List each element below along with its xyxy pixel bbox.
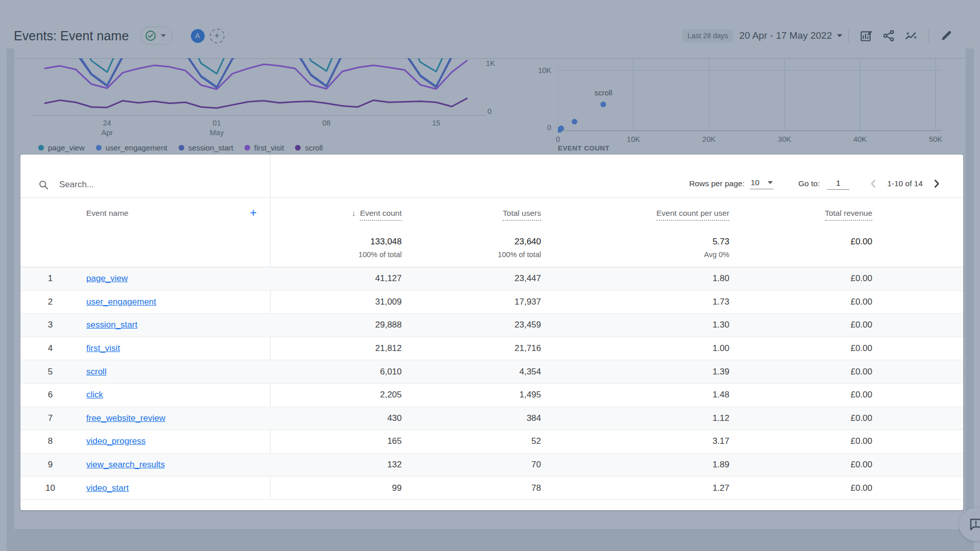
scatter-y-tick-10k: 10K [526, 66, 551, 74]
scatter-point-label: scroll [594, 88, 612, 97]
totals-event-count: 133,048 100% of total [270, 228, 402, 267]
event-count-cell: 132 [270, 460, 402, 470]
table-row: 4 first_visit 21,812 21,716 1.00 £0.00 [20, 337, 963, 361]
scatter-point-click [572, 119, 577, 124]
column-header-total-revenue[interactable]: Total revenue [729, 209, 872, 218]
legend-dot-icon [38, 145, 44, 151]
share-icon[interactable] [882, 29, 895, 42]
scatter-x-axis-title: EVENT COUNT [558, 144, 609, 152]
revenue-cell: £0.00 [729, 320, 872, 330]
event-name-link[interactable]: session_start [86, 320, 137, 330]
date-range-label: 20 Apr - 17 May 2022 [739, 30, 832, 41]
add-comparison-button[interactable]: + [210, 29, 225, 43]
event-name-link[interactable]: scroll [86, 367, 107, 377]
scatter-x-axis-ticks: 010K20K30K40K50K [0, 135, 980, 145]
scatter-point-scroll [600, 102, 606, 107]
rows-per-page-label: Rows per page: [689, 179, 745, 188]
header-controls: Last 28 days 20 Apr - 17 May 2022 [682, 28, 980, 43]
divider [928, 28, 929, 43]
event-count-cell: 430 [270, 413, 402, 423]
row-number: 1 [20, 273, 69, 284]
feedback-icon [968, 517, 980, 532]
per-user-cell: 1.30 [541, 320, 729, 330]
scatter-x-tick-label: 40K [853, 135, 867, 143]
event-name-link[interactable]: first_visit [86, 343, 120, 353]
column-header-event-count[interactable]: ↓ Event count [270, 209, 402, 218]
y-axis-tick-0: 0 [487, 107, 492, 115]
column-header-total-users[interactable]: Total users [402, 209, 541, 218]
total-users-cell: 1,495 [402, 390, 541, 400]
event-name-link[interactable]: view_search_results [86, 460, 165, 469]
search-input[interactable] [58, 179, 213, 190]
legend-dot-icon [295, 145, 301, 151]
totals-revenue: £0.00 [729, 228, 872, 267]
column-header-event-count-per-user[interactable]: Event count per user [541, 209, 729, 218]
legend-dot-icon [96, 145, 102, 151]
events-over-time-line-chart [31, 58, 485, 116]
event-count-cell: 99 [270, 483, 402, 493]
pagination-range: 1-10 of 14 [887, 179, 923, 188]
totals-total-users: 23,640 100% of total [402, 228, 541, 267]
add-column-icon[interactable]: + [250, 207, 257, 219]
per-user-cell: 1.89 [541, 460, 729, 470]
event-name-link[interactable]: user_engagement [86, 297, 156, 307]
total-users-cell: 78 [402, 483, 541, 493]
legend-dot-icon [244, 145, 250, 151]
row-number: 3 [20, 320, 69, 330]
line-series-user_engagement [44, 58, 468, 87]
per-user-cell: 1.48 [541, 390, 729, 400]
scatter-x-tick-label: 10K [627, 135, 640, 143]
per-user-cell: 1.00 [541, 343, 729, 354]
page-background-bottom [7, 529, 974, 551]
row-number: 7 [20, 413, 69, 423]
y-axis-tick-1k: 1K [486, 59, 495, 67]
customize-report-icon[interactable] [860, 29, 873, 42]
event-name-link[interactable]: click [86, 390, 103, 399]
row-number: 2 [20, 297, 69, 307]
date-range-picker[interactable]: 20 Apr - 17 May 2022 [739, 30, 842, 41]
event-name-link[interactable]: video_progress [86, 436, 145, 446]
chevron-down-icon [768, 181, 773, 184]
event-count-cell: 6,010 [270, 367, 402, 377]
row-number: 9 [20, 460, 69, 470]
revenue-cell: £0.00 [729, 343, 872, 354]
comparison-badge[interactable]: A [191, 29, 205, 43]
total-users-cell: 21,716 [402, 343, 541, 354]
date-preset-chip: Last 28 days [682, 29, 733, 42]
table-row: 8 video_progress 165 52 3.17 £0.00 [20, 430, 963, 454]
revenue-cell: £0.00 [729, 297, 872, 307]
table-search [38, 179, 213, 190]
search-icon [38, 180, 49, 190]
revenue-cell: £0.00 [729, 273, 872, 284]
event-name-link[interactable]: free_website_review [86, 413, 165, 423]
report-status-pill[interactable] [140, 27, 173, 45]
rows-per-page-value: 10 [751, 178, 760, 187]
revenue-cell: £0.00 [729, 460, 872, 470]
go-to-label: Go to: [798, 179, 820, 188]
table-row: 7 free_website_review 430 384 1.12 £0.00 [20, 407, 963, 431]
chevron-down-icon [161, 34, 166, 37]
event-count-cell: 29,888 [270, 320, 402, 330]
insights-icon[interactable] [904, 29, 918, 42]
check-circle-icon [145, 30, 156, 41]
row-number: 4 [20, 343, 69, 354]
scatter-x-tick-label: 50K [929, 135, 942, 143]
row-number: 8 [20, 436, 69, 446]
page-background-right [966, 48, 974, 529]
table-pagination: Rows per page: 10 Go to: 1-10 of 14 [689, 177, 943, 190]
column-header-event-name[interactable]: Event name + [69, 207, 270, 219]
next-page-button[interactable] [930, 177, 943, 190]
edit-pencil-icon[interactable] [940, 29, 953, 42]
rows-per-page-select[interactable]: 10 [750, 178, 774, 189]
event-name-link[interactable]: page_view [86, 273, 128, 283]
event-name-link[interactable]: video_start [86, 483, 129, 493]
per-user-cell: 1.73 [541, 297, 729, 307]
total-users-cell: 70 [402, 460, 541, 470]
go-to-page-input[interactable] [827, 178, 849, 190]
sort-descending-icon: ↓ [352, 209, 356, 217]
x-tick-label: 08 [323, 118, 331, 128]
per-user-cell: 1.39 [541, 367, 729, 377]
previous-page-button[interactable] [867, 177, 880, 190]
scatter-x-tick-label: 30K [778, 135, 791, 143]
scatter-x-tick-label: 0 [556, 135, 560, 143]
